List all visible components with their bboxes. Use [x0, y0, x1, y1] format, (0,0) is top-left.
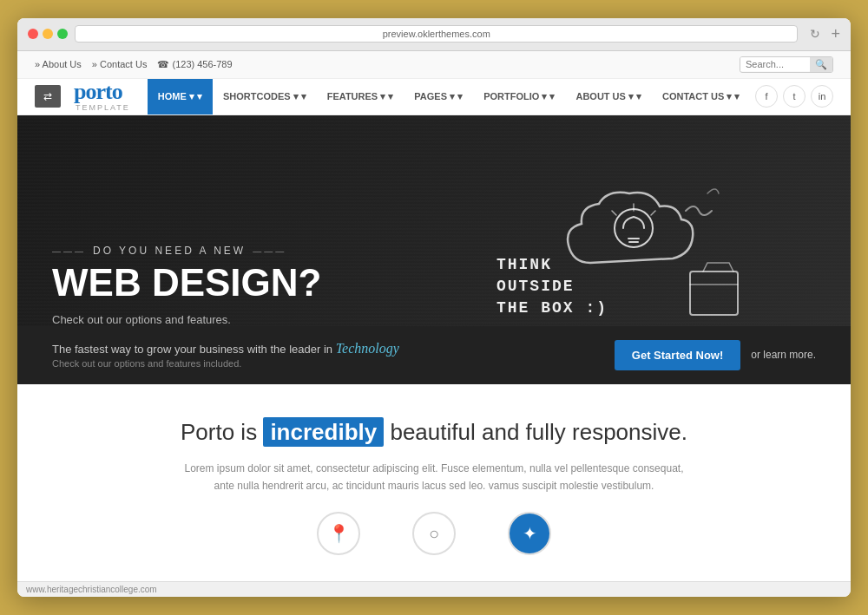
refresh-icon[interactable]: ↻	[810, 27, 820, 41]
close-button[interactable]	[28, 29, 38, 39]
nav-item-pages[interactable]: PAGES ▾	[404, 79, 473, 114]
feature-icon-1: 📍	[317, 512, 360, 555]
nav-menu: HOME ▾ SHORTCODES ▾ FEATURES ▾ PAGES ▾ P…	[148, 79, 755, 114]
window-controls	[28, 29, 68, 39]
minimize-button[interactable]	[43, 29, 53, 39]
top-bar: » About Us » Contact Us ☎ (123) 456-789 …	[17, 51, 851, 79]
hero-description: Check out our options and features.	[52, 313, 816, 326]
hero-section: THINK OUTSIDE THE BOX :) DO YOU NEED A N…	[17, 115, 851, 384]
hero-content: DO YOU NEED A NEW WEB DESIGN? Check out …	[17, 210, 851, 325]
star-icon: ✦	[523, 523, 537, 544]
phone-number: ☎ (123) 456-789	[157, 59, 232, 70]
contact-us-link[interactable]: » Contact Us	[92, 59, 148, 69]
cta-actions: Get Started Now! or learn more.	[615, 340, 816, 370]
share-icon: ⇄	[43, 90, 52, 102]
site-wrapper: » About Us » Contact Us ☎ (123) 456-789 …	[17, 51, 851, 598]
browser-window: preview.oklerthemes.com ↻ + » About Us »…	[17, 18, 851, 598]
top-bar-right: 🔍	[740, 56, 833, 73]
logo-subtext: template	[76, 103, 130, 112]
search-input[interactable]	[740, 57, 810, 71]
chalk-text: THINK OUTSIDE THE BOX :)	[496, 254, 608, 320]
cta-main-text: The fastest way to grow your business wi…	[52, 341, 399, 357]
get-started-button[interactable]: Get Started Now!	[615, 340, 740, 370]
nav-item-portfolio[interactable]: PORTFOLIO ▾	[473, 79, 565, 114]
search-box[interactable]: 🔍	[740, 56, 833, 73]
learn-more-link[interactable]: or learn more.	[751, 349, 816, 361]
browser-chrome: preview.oklerthemes.com ↻ +	[17, 18, 851, 51]
icon-circle-2: ○	[412, 512, 456, 555]
icon-circle-1: 📍	[317, 512, 360, 555]
nav-item-features[interactable]: FEATURES ▾	[317, 79, 404, 114]
circle-icon: ○	[429, 524, 439, 544]
status-bar: www.heritagechristiancollege.com	[17, 581, 851, 597]
social-links: f t in	[755, 85, 833, 108]
maximize-button[interactable]	[57, 29, 68, 39]
about-us-link[interactable]: » About Us	[35, 59, 82, 69]
nav-item-home[interactable]: HOME ▾	[148, 79, 213, 114]
linkedin-link[interactable]: in	[811, 85, 833, 108]
top-bar-left: » About Us » Contact Us ☎ (123) 456-789	[35, 59, 233, 70]
search-button[interactable]: 🔍	[810, 57, 832, 72]
cta-text-block: The fastest way to grow your business wi…	[52, 341, 399, 369]
feature-icon-2: ○	[412, 512, 456, 555]
hero-subtitle: DO YOU NEED A NEW	[52, 245, 816, 257]
icon-circle-3: ✦	[508, 512, 551, 555]
nav-item-shortcodes[interactable]: SHORTCODES ▾	[213, 79, 317, 114]
facebook-link[interactable]: f	[755, 85, 778, 108]
cta-sub-text: Check out our options and features inclu…	[52, 358, 399, 369]
url-text: preview.oklerthemes.com	[383, 29, 490, 39]
nav-bar: ⇄ porto template HOME ▾ SHORTCODES ▾ FEA…	[17, 79, 851, 115]
logo: porto template	[74, 81, 130, 112]
phone-icon: ☎	[157, 59, 169, 69]
cta-bar: The fastest way to grow your business wi…	[17, 326, 851, 384]
nav-item-about[interactable]: ABOUT US ▾	[565, 79, 652, 114]
section-description: Lorem ipsum dolor sit amet, consectetur …	[174, 460, 694, 495]
browser-top-bar: preview.oklerthemes.com ↻ +	[28, 25, 840, 43]
white-section: Porto is incredibly beautiful and fully …	[17, 384, 851, 582]
location-icon: 📍	[328, 523, 350, 544]
share-button[interactable]: ⇄	[35, 85, 61, 108]
nav-item-contact[interactable]: CONTACT US ▾	[652, 79, 750, 114]
tech-word: Technology	[336, 341, 399, 356]
highlight-text: incredibly	[263, 417, 384, 447]
hero-title: WEB DESIGN?	[52, 262, 816, 304]
feature-icons: 📍 ○ ✦	[35, 512, 833, 555]
feature-icon-3: ✦	[508, 512, 551, 555]
add-tab-button[interactable]: +	[831, 25, 840, 43]
status-url: www.heritagechristiancollege.com	[26, 585, 157, 594]
twitter-link[interactable]: t	[783, 85, 806, 108]
main-headline: Porto is incredibly beautiful and fully …	[35, 419, 833, 446]
logo-text[interactable]: porto	[74, 81, 122, 103]
address-bar[interactable]: preview.oklerthemes.com	[75, 25, 798, 43]
